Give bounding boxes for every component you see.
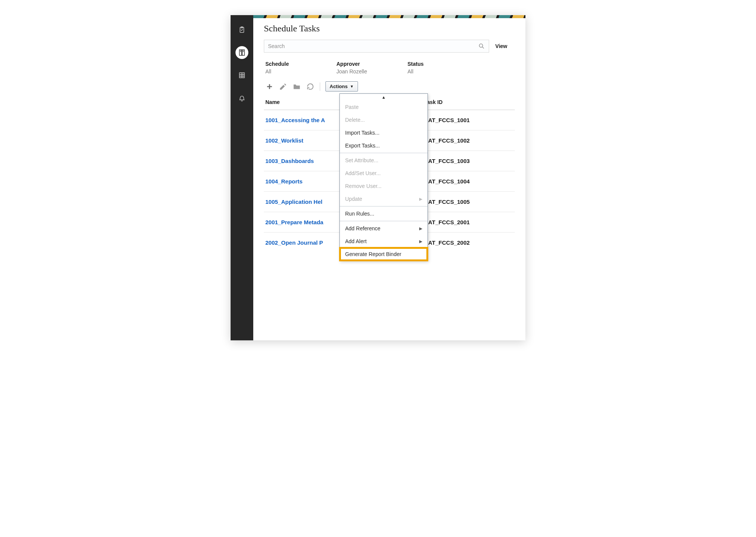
sidebar-item-notifications[interactable] — [235, 92, 248, 104]
plus-icon — [265, 82, 274, 91]
search-row: View — [264, 40, 515, 53]
svg-line-14 — [483, 47, 484, 48]
toolbar-refresh[interactable] — [306, 82, 314, 91]
sidebar-item-grid[interactable] — [235, 69, 248, 82]
menu-item: Paste — [340, 101, 428, 113]
menu-item-label: Set Attribute... — [345, 157, 378, 163]
task-id-value: UAT_FCCS_1005 — [424, 199, 513, 205]
view-label: View — [495, 43, 515, 49]
menu-divider — [340, 153, 428, 153]
caret-down-icon: ▼ — [350, 84, 354, 88]
toolbar-folder[interactable] — [293, 82, 301, 91]
submenu-arrow-icon: ▶ — [419, 197, 422, 202]
task-id-value: UAT_FCCS_1002 — [424, 137, 513, 144]
clipboard-icon — [238, 26, 246, 34]
menu-item-label: Generate Report Binder — [345, 251, 401, 257]
column-header-taskid[interactable]: Task ID — [424, 99, 513, 105]
menu-item: Remove User... — [340, 180, 428, 192]
svg-rect-8 — [239, 73, 244, 78]
filter-approver-label: Approver — [336, 61, 389, 67]
toolbar-add[interactable] — [265, 82, 274, 91]
filter-schedule[interactable]: Schedule All — [265, 61, 318, 74]
filters-row: Schedule All Approver Joan Rozelle Statu… — [264, 61, 515, 74]
book-icon — [238, 49, 246, 56]
menu-item-label: Import Tasks... — [345, 130, 380, 136]
menu-divider — [340, 221, 428, 221]
menu-item[interactable]: Generate Report Binder — [340, 248, 428, 261]
menu-item-label: Add Reference — [345, 225, 380, 231]
menu-item: Update▶ — [340, 192, 428, 205]
menu-item-label: Remove User... — [345, 183, 381, 189]
menu-item-label: Delete... — [345, 117, 365, 123]
menu-item-label: Update — [345, 196, 362, 202]
svg-point-13 — [479, 44, 483, 47]
tasks-table: Name ▶ Task ID 1001_Accessing the AUAT_F… — [264, 95, 515, 253]
filter-status-value: All — [407, 68, 460, 74]
task-id-value: UAT_FCCS_1001 — [424, 117, 513, 123]
search-input[interactable] — [268, 43, 478, 49]
menu-item[interactable]: Export Tasks... — [340, 139, 428, 152]
refresh-icon — [306, 82, 314, 91]
menu-item-label: Paste — [345, 104, 359, 110]
menu-item: Delete... — [340, 113, 428, 126]
bell-icon — [238, 94, 246, 102]
submenu-arrow-icon: ▶ — [419, 226, 422, 231]
menu-item[interactable]: Add Alert▶ — [340, 235, 428, 248]
filter-schedule-label: Schedule — [265, 61, 318, 67]
filter-status-label: Status — [407, 61, 460, 67]
submenu-arrow-icon: ▶ — [419, 239, 422, 244]
filter-approver-value: Joan Rozelle — [336, 68, 389, 74]
filter-status[interactable]: Status All — [407, 61, 460, 74]
folder-icon — [293, 82, 301, 91]
menu-item-label: Add Alert — [345, 238, 367, 244]
page-title: Schedule Tasks — [264, 23, 515, 34]
menu-item-label: Run Rules... — [345, 211, 374, 217]
task-id-value: UAT_FCCS_1004 — [424, 178, 513, 185]
menu-item[interactable]: Import Tasks... — [340, 126, 428, 139]
filter-schedule-value: All — [265, 68, 318, 74]
toolbar-separator — [320, 82, 320, 91]
menu-item-label: Add/Set User... — [345, 170, 381, 176]
filter-approver[interactable]: Approver Joan Rozelle — [336, 61, 389, 74]
main-content: Schedule Tasks View Schedule All Approve… — [253, 15, 525, 340]
menu-item: Add/Set User... — [340, 167, 428, 180]
menu-item[interactable]: Run Rules... — [340, 207, 428, 220]
menu-item-label: Export Tasks... — [345, 143, 380, 149]
menu-item: Set Attribute... — [340, 154, 428, 167]
task-id-value: UAT_FCCS_2001 — [424, 219, 513, 225]
task-id-value: UAT_FCCS_1003 — [424, 158, 513, 164]
search-box[interactable] — [264, 40, 489, 53]
toolbar: Actions ▼ — [264, 78, 515, 95]
menu-divider — [340, 206, 428, 206]
task-id-value: UAT_FCCS_2002 — [424, 239, 513, 246]
actions-button-label: Actions — [330, 84, 348, 89]
actions-menu: ▲ PasteDelete...Import Tasks...Export Ta… — [339, 93, 428, 261]
sidebar-item-clipboard[interactable] — [235, 23, 248, 36]
actions-button[interactable]: Actions ▼ — [325, 81, 358, 92]
sidebar-item-tasks[interactable] — [235, 46, 248, 59]
sidebar — [231, 15, 253, 340]
toolbar-edit[interactable] — [279, 82, 287, 91]
app-frame: Schedule Tasks View Schedule All Approve… — [231, 15, 525, 340]
menu-item[interactable]: Add Reference▶ — [340, 222, 428, 235]
search-icon — [478, 43, 485, 50]
pencil-icon — [279, 82, 287, 91]
grid-icon — [238, 71, 246, 79]
menu-scroll-up-icon[interactable]: ▲ — [340, 94, 428, 101]
